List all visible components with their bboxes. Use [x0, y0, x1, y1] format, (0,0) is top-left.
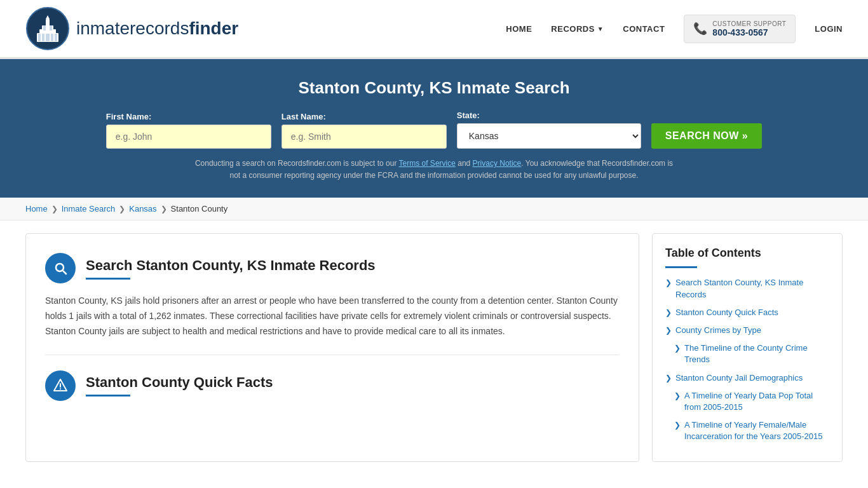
- search-icon-circle: [45, 253, 76, 283]
- toc-underline: [665, 266, 697, 268]
- toc-title: Table of Contents: [665, 247, 829, 260]
- main-nav: HOME RECORDS ▼ CONTACT 📞 CUSTOMER SUPPOR…: [506, 15, 843, 43]
- breadcrumb-kansas[interactable]: Kansas: [129, 204, 156, 214]
- state-label: State:: [457, 111, 480, 120]
- breadcrumb-sep-3: ❯: [161, 205, 167, 214]
- chevron-right-icon-7: ❯: [674, 421, 681, 430]
- logo-text-bold: finder: [189, 18, 238, 38]
- section-divider: [45, 355, 620, 355]
- logo-area: inmaterecordsfinder: [25, 6, 238, 51]
- toc-item-5[interactable]: ❯ Stanton County Jail Demographics: [665, 372, 829, 384]
- toc-item-2[interactable]: ❯ Stanton County Quick Facts: [665, 307, 829, 318]
- customer-support-box: 📞 CUSTOMER SUPPORT 800-433-0567: [684, 15, 796, 43]
- svg-rect-7: [42, 34, 44, 41]
- chevron-right-icon-1: ❯: [665, 278, 672, 287]
- svg-rect-8: [46, 34, 50, 41]
- chevron-right-icon-4: ❯: [674, 344, 681, 353]
- alert-icon: [53, 378, 68, 393]
- section2-title-block: Stanton County Quick Facts: [86, 374, 273, 396]
- logo-text: inmaterecordsfinder: [76, 18, 238, 39]
- state-select[interactable]: Kansas: [457, 123, 641, 149]
- svg-rect-4: [46, 19, 50, 27]
- toc-link-7[interactable]: A Timeline of Yearly Female/Male Incarce…: [684, 419, 829, 442]
- section1-header: Search Stanton County, KS Inmate Records: [45, 253, 620, 283]
- terms-link[interactable]: Terms of Service: [399, 159, 456, 168]
- toc-item-6[interactable]: ❯ A Timeline of Yearly Data Pop Total fr…: [674, 390, 829, 413]
- toc-link-4[interactable]: The Timeline of the County Crime Trends: [684, 342, 829, 365]
- toc-link-6[interactable]: A Timeline of Yearly Data Pop Total from…: [684, 390, 829, 413]
- alert-icon-circle: [45, 370, 76, 401]
- nav-login[interactable]: LOGIN: [815, 24, 843, 34]
- section1-title: Search Stanton County, KS Inmate Records: [86, 257, 376, 274]
- section2-underline: [86, 395, 130, 396]
- toc-link-3[interactable]: County Crimes by Type: [675, 325, 761, 336]
- chevron-right-icon-5: ❯: [665, 374, 672, 383]
- chevron-right-icon-2: ❯: [665, 308, 672, 317]
- search-button[interactable]: SEARCH NOW »: [651, 123, 762, 149]
- chevron-right-icon-6: ❯: [674, 391, 681, 400]
- svg-point-14: [60, 388, 61, 390]
- support-text-block: CUSTOMER SUPPORT 800-433-0567: [712, 20, 786, 37]
- main-content: Search Stanton County, KS Inmate Records…: [0, 220, 868, 475]
- nav-records[interactable]: RECORDS ▼: [551, 24, 604, 34]
- toc-item-3[interactable]: ❯ County Crimes by Type: [665, 325, 829, 336]
- phone-icon: 📞: [693, 22, 707, 36]
- state-group: State: Kansas: [457, 111, 641, 149]
- breadcrumb-current: Stanton County: [171, 204, 228, 214]
- search-form: First Name: Last Name: State: Kansas SEA…: [25, 111, 843, 149]
- logo-icon: [25, 6, 70, 51]
- nav-records-label: RECORDS: [551, 24, 595, 34]
- first-name-group: First Name:: [106, 112, 271, 149]
- section-quick-facts: Stanton County Quick Facts: [45, 370, 620, 401]
- breadcrumb-sep-2: ❯: [119, 205, 125, 214]
- section1-underline: [86, 278, 130, 280]
- support-label: CUSTOMER SUPPORT: [712, 20, 786, 27]
- logo-text-light: inmaterecords: [76, 18, 189, 38]
- breadcrumb-home[interactable]: Home: [25, 204, 48, 214]
- toc-item-7[interactable]: ❯ A Timeline of Yearly Female/Male Incar…: [674, 419, 829, 442]
- svg-rect-10: [55, 34, 57, 41]
- privacy-link[interactable]: Privacy Notice: [473, 159, 522, 168]
- breadcrumb-inmate-search[interactable]: Inmate Search: [62, 204, 116, 214]
- section-inmate-records: Search Stanton County, KS Inmate Records…: [45, 253, 620, 339]
- breadcrumb: Home ❯ Inmate Search ❯ Kansas ❯ Stanton …: [0, 198, 868, 220]
- support-number: 800-433-0567: [712, 27, 786, 37]
- breadcrumb-sep-1: ❯: [51, 205, 58, 214]
- search-hero: Stanton County, KS Inmate Search First N…: [0, 59, 868, 198]
- toc-box: Table of Contents ❯ Search Stanton Count…: [652, 233, 843, 462]
- first-name-input[interactable]: [106, 125, 271, 149]
- first-name-label: First Name:: [106, 112, 152, 121]
- section1-title-block: Search Stanton County, KS Inmate Records: [86, 257, 376, 280]
- sidebar: Table of Contents ❯ Search Stanton Count…: [652, 233, 843, 462]
- toc-item-4[interactable]: ❯ The Timeline of the County Crime Trend…: [674, 342, 829, 365]
- chevron-down-icon: ▼: [597, 25, 604, 32]
- nav-contact[interactable]: CONTACT: [623, 24, 665, 34]
- disclaimer-text: Conducting a search on Recordsfinder.com…: [193, 158, 675, 182]
- svg-rect-9: [51, 34, 53, 41]
- toc-link-1[interactable]: Search Stanton County, KS Inmate Records: [675, 277, 829, 300]
- toc-link-5[interactable]: Stanton County Jail Demographics: [675, 372, 803, 384]
- hero-title: Stanton County, KS Inmate Search: [25, 78, 843, 98]
- toc-link-2[interactable]: Stanton County Quick Facts: [675, 307, 778, 318]
- toc-item-1[interactable]: ❯ Search Stanton County, KS Inmate Recor…: [665, 277, 829, 300]
- section2-header: Stanton County Quick Facts: [45, 370, 620, 401]
- svg-rect-11: [43, 25, 46, 30]
- chevron-right-icon-3: ❯: [665, 326, 672, 335]
- section1-body: Stanton County, KS jails hold prisoners …: [45, 294, 620, 339]
- svg-rect-6: [38, 34, 41, 41]
- last-name-label: Last Name:: [281, 112, 326, 121]
- section2-title: Stanton County Quick Facts: [86, 374, 273, 391]
- svg-rect-12: [50, 25, 52, 30]
- site-header: inmaterecordsfinder HOME RECORDS ▼ CONTA…: [0, 0, 868, 59]
- content-area: Search Stanton County, KS Inmate Records…: [25, 233, 639, 462]
- last-name-group: Last Name:: [281, 112, 447, 149]
- last-name-input[interactable]: [281, 125, 447, 149]
- search-icon: [53, 261, 68, 276]
- nav-home[interactable]: HOME: [506, 24, 532, 34]
